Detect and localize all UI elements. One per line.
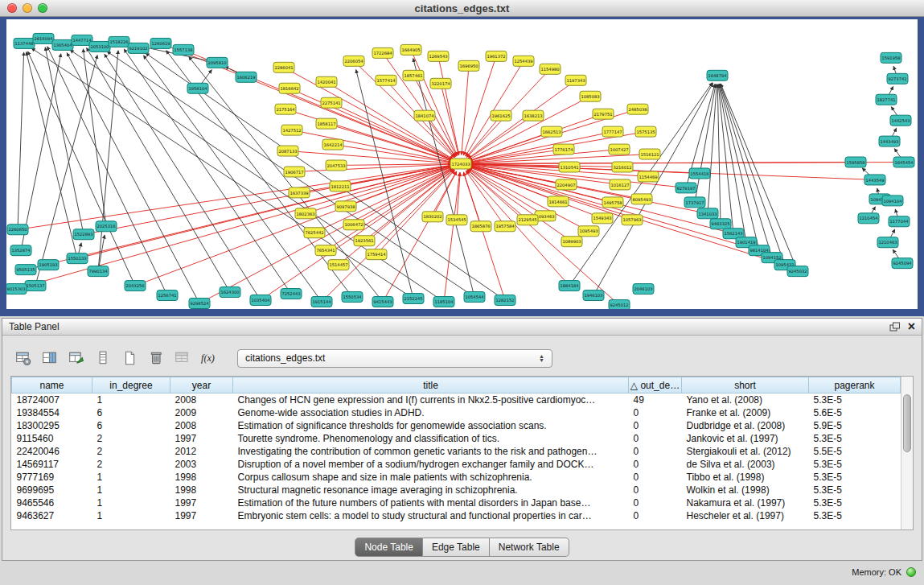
table-cell[interactable]: 6 — [92, 406, 170, 419]
table-cell[interactable]: Franke et al. (2009) — [682, 406, 809, 419]
graph-node[interactable]: 9298524 — [189, 299, 210, 309]
graph-node[interactable]: 1365404 — [52, 39, 73, 50]
column-header-title[interactable]: title — [233, 377, 629, 393]
graph-node[interactable]: 7252443 — [281, 289, 302, 299]
table-cell[interactable]: 5.3E-5 — [809, 393, 901, 406]
table-cell[interactable]: 9465546 — [12, 496, 92, 509]
graph-node[interactable]: 1958104 — [187, 83, 208, 93]
table-cell[interactable]: Estimation of significance thresholds fo… — [233, 419, 629, 432]
table-cell[interactable]: 0 — [629, 445, 682, 458]
table-cell[interactable]: 2008 — [170, 419, 233, 432]
table-cell[interactable]: 5.9E-5 — [809, 419, 901, 432]
graph-node[interactable]: 1606219 — [236, 72, 257, 82]
column-header-pagerank[interactable]: pagerank — [809, 377, 901, 393]
graph-node[interactable]: 1575135 — [635, 126, 656, 137]
graph-node[interactable]: 1722684 — [372, 47, 393, 58]
graph-node[interactable]: 1443493 — [879, 136, 900, 146]
table-cell[interactable]: Estimation of the future numbers of pati… — [233, 496, 629, 509]
table-cell[interactable]: 5.6E-5 — [809, 406, 901, 419]
graph-node[interactable]: 7990134 — [88, 266, 109, 277]
graph-node[interactable]: 1802363 — [295, 208, 316, 219]
graph-node[interactable]: 1696950 — [458, 60, 479, 71]
graph-node[interactable]: 2053100 — [89, 41, 110, 51]
graph-node[interactable]: 1197343 — [565, 75, 586, 85]
table-cell[interactable]: 5.5E-5 — [809, 445, 901, 458]
graph-node[interactable]: 1210454 — [858, 213, 879, 224]
table-cell[interactable]: 0 — [629, 484, 682, 496]
graph-node[interactable]: 2129545 — [517, 215, 538, 225]
graph-node[interactable]: 2206054 — [343, 56, 364, 66]
graph-node[interactable]: 1816642 — [279, 83, 300, 93]
graph-node[interactable]: 1495758 — [602, 197, 623, 208]
graph-node[interactable]: 1595858 — [845, 157, 866, 167]
graph-node[interactable]: 9463325 — [710, 219, 731, 229]
float-panel-button[interactable] — [889, 321, 901, 332]
graph-node[interactable]: 1946103 — [583, 290, 604, 301]
graph-node[interactable]: 1961372 — [486, 51, 507, 61]
graph-node[interactable]: 2175164 — [275, 104, 296, 114]
import-table-button[interactable] — [171, 348, 194, 369]
graph-node[interactable]: 1557138 — [173, 44, 194, 55]
table-cell[interactable]: 5.3E-5 — [809, 496, 901, 509]
table-row[interactable]: 2242004622012Investigating the contribut… — [12, 445, 901, 458]
table-cell[interactable]: 9777169 — [12, 471, 92, 484]
column-header-out_degree[interactable]: △ out_de… — [629, 377, 682, 393]
table-cell[interactable]: 0 — [629, 471, 682, 484]
table-cell[interactable]: Nakamura et al. (1997) — [682, 496, 809, 509]
graph-node[interactable]: 9245012 — [609, 300, 630, 309]
table-cell[interactable]: Embryonic stem cells: a model to study s… — [233, 509, 629, 522]
graph-node[interactable]: 7654341 — [315, 245, 336, 256]
graph-node[interactable]: 1858117 — [316, 118, 337, 129]
graph-node[interactable]: 1865876 — [470, 221, 491, 232]
graph-node[interactable]: 2152245 — [403, 294, 424, 304]
table-cell[interactable]: 1 — [92, 393, 170, 406]
close-window-button[interactable] — [7, 3, 17, 13]
network-selector[interactable]: citations_edges.txt ▲▼ — [237, 349, 552, 368]
graph-node[interactable]: 1923561 — [354, 236, 375, 246]
table-cell[interactable]: Tourette syndrome. Phenomenology and cla… — [233, 432, 629, 445]
table-cell[interactable]: Tibbo et al. (1998) — [682, 471, 809, 484]
close-panel-button[interactable]: × — [908, 321, 915, 332]
table-cell[interactable]: 2008 — [170, 393, 233, 406]
graph-node[interactable]: 1724033 — [450, 159, 471, 169]
graph-node[interactable]: 1857461 — [403, 70, 424, 80]
table-cell[interactable]: 5.3E-5 — [809, 484, 901, 496]
graph-node[interactable]: 2286041 — [273, 62, 294, 72]
graph-node[interactable]: 1664905 — [400, 44, 421, 55]
graph-node[interactable]: 2046103 — [633, 284, 654, 295]
table-cell[interactable]: 1997 — [170, 432, 233, 445]
table-cell[interactable]: 5.3E-5 — [809, 509, 901, 522]
table-cell[interactable]: 14569117 — [12, 458, 92, 471]
tab-node-table[interactable]: Node Table — [355, 538, 423, 557]
table-row[interactable]: 1456911722003Disruption of a novel membe… — [12, 458, 901, 471]
graph-node[interactable]: 1884184 — [559, 281, 580, 291]
table-cell[interactable]: 0 — [629, 406, 682, 419]
graph-node[interactable]: 1085083 — [580, 91, 601, 101]
graph-node[interactable]: 1642214 — [322, 139, 343, 150]
graph-node[interactable]: 2260650 — [7, 225, 28, 235]
table-cell[interactable]: 6 — [92, 419, 170, 432]
graph-node[interactable]: 1260619 — [150, 38, 171, 48]
table-cell[interactable]: Stergiakouli et al. (2012) — [682, 445, 809, 458]
table-row[interactable]: 911546021997Tourette syndrome. Phenomeno… — [12, 432, 901, 445]
graph-node[interactable]: 1915144 — [311, 297, 332, 307]
graph-node[interactable]: 1550534 — [342, 292, 363, 303]
table-cell[interactable]: 2012 — [170, 445, 233, 458]
scrollbar-thumb[interactable] — [903, 394, 911, 452]
graph-node[interactable]: 2043256 — [125, 281, 146, 291]
graph-node[interactable]: 1154980 — [540, 64, 561, 74]
graph-node[interactable]: 1662513 — [541, 126, 562, 137]
table-row[interactable]: 1938455462009Genome-wide association stu… — [12, 406, 901, 419]
graph-node[interactable]: 2485038 — [627, 104, 648, 114]
graph-node[interactable]: 1550133 — [67, 253, 88, 264]
graph-node[interactable]: 1427512 — [281, 125, 302, 135]
graph-node[interactable]: 1310541 — [559, 162, 580, 172]
graph-node[interactable]: 8279197 — [676, 183, 696, 193]
graph-node[interactable]: 1554416 — [689, 168, 710, 179]
graph-node[interactable]: 1035404 — [250, 295, 271, 306]
graph-node[interactable]: 9015303 — [6, 284, 27, 295]
graph-node[interactable]: 1442543 — [890, 115, 911, 126]
graph-node[interactable]: 1830202 — [422, 212, 443, 222]
table-cell[interactable]: 9699695 — [12, 484, 92, 496]
graph-node[interactable]: 1776174 — [553, 144, 574, 154]
